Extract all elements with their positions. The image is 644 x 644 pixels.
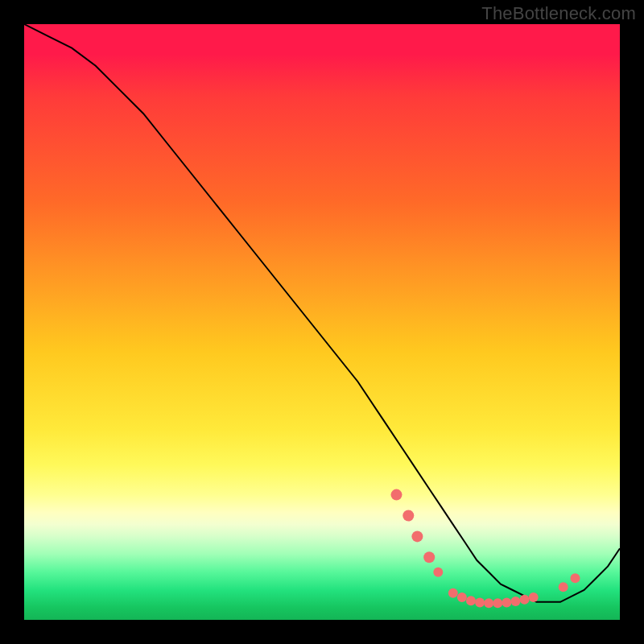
- bottleneck-curve-path: [24, 24, 620, 602]
- data-marker: [559, 582, 568, 592]
- data-marker: [391, 489, 402, 501]
- curve-svg: [24, 24, 620, 620]
- data-marker: [423, 551, 435, 563]
- data-marker: [433, 568, 443, 577]
- markers-group: [391, 489, 580, 609]
- chart-frame: TheBottleneck.com: [0, 0, 644, 644]
- data-marker: [520, 595, 530, 605]
- data-marker: [466, 596, 476, 605]
- plot-area: [24, 24, 620, 620]
- data-marker: [502, 598, 511, 608]
- data-marker: [457, 592, 467, 602]
- data-marker: [475, 598, 485, 608]
- data-marker: [484, 598, 493, 608]
- data-marker: [493, 598, 502, 608]
- data-marker: [511, 597, 521, 606]
- data-marker: [448, 588, 458, 598]
- data-marker: [411, 530, 423, 542]
- watermark-text: TheBottleneck.com: [481, 3, 636, 24]
- data-marker: [402, 510, 414, 522]
- data-marker: [571, 573, 580, 583]
- data-marker: [529, 592, 539, 602]
